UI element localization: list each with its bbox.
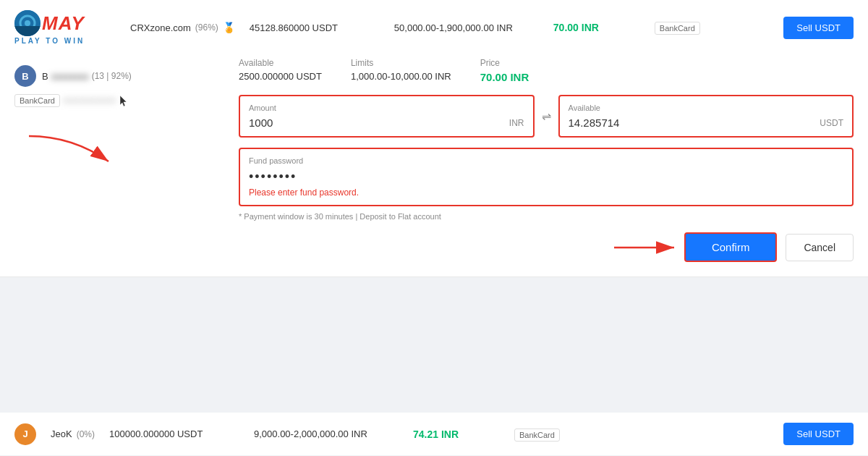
top-seller-rating: (96%): [195, 22, 218, 33]
top-amount: 45128.860000 USDT: [250, 22, 380, 33]
bottom-action: Sell USDT: [783, 423, 854, 445]
password-input[interactable]: [249, 169, 843, 185]
amount-currency: INR: [509, 118, 524, 128]
available-value: 2500.000000 USDT: [239, 71, 322, 82]
password-label: Fund password: [249, 156, 843, 165]
bottom-payment: BankCard: [514, 428, 587, 441]
exchange-icon: ⇌: [542, 109, 551, 123]
amount-input[interactable]: [249, 117, 503, 129]
info-limits: Limits 1,000.00-10,000.00 INR: [351, 58, 451, 83]
limits-label: Limits: [351, 58, 451, 68]
top-seller-info: CRXzone.com (96%) 🏅: [130, 22, 235, 33]
payment-note: * Payment window is 30 minutes | Deposit…: [239, 212, 854, 221]
seller-b-name-blurred: xxxxxxxx: [51, 71, 89, 82]
top-price: 70.00 INR: [553, 22, 640, 33]
top-limits: 50,000.00-1,900,000.00 INR: [394, 22, 539, 33]
bottom-limits: 9,000.00-2,000,000.00 INR: [254, 428, 399, 439]
bottom-price: 74.21 INR: [413, 428, 500, 440]
panel-right: Available 2500.000000 USDT Limits 1,000.…: [239, 58, 854, 262]
arrow-area: [14, 129, 217, 175]
fields-row: Amount INR ⇌ Available USDT: [239, 95, 854, 138]
red-arrow-confirm: [610, 237, 683, 258]
seller-b-payment: BankCard: [14, 94, 60, 107]
info-price: Price 70.00 INR: [480, 58, 529, 83]
bottom-seller-row: J JeoK (0%) 100000.000000 USDT 9,000.00-…: [0, 413, 868, 456]
available-label: Available: [239, 58, 322, 68]
info-available: Available 2500.000000 USDT: [239, 58, 322, 83]
bottom-payment-label: BankCard: [514, 428, 560, 442]
password-section: Fund password Please enter fund password…: [239, 148, 854, 206]
top-seller-name: CRXzone.com: [130, 22, 191, 33]
logo-may: MAY: [14, 10, 85, 36]
action-row: Confirm Cancel: [239, 232, 854, 262]
seller-b-row: B B xxxxxxxx (13 | 92%): [14, 65, 217, 87]
seller-b-payment-row: BankCard XXXXXXXXXX: [14, 94, 217, 107]
top-sell-button[interactable]: Sell USDT: [783, 17, 854, 39]
bottom-sell-button[interactable]: Sell USDT: [783, 423, 854, 445]
available-input[interactable]: [569, 117, 814, 129]
confirm-button[interactable]: Confirm: [684, 232, 778, 262]
amount-input-row: INR: [249, 117, 524, 129]
bottom-seller-name: JeoK: [51, 428, 72, 439]
cancel-button[interactable]: Cancel: [786, 234, 854, 261]
top-action: Sell USDT: [783, 17, 854, 39]
panel-layout: B B xxxxxxxx (13 | 92%) BankCard XXXXXXX…: [14, 58, 854, 262]
amount-field-box: Amount INR: [239, 95, 535, 138]
bottom-seller-avatar: J: [14, 423, 36, 445]
top-seller-badge: 🏅: [223, 22, 235, 33]
bottom-seller-info: JeoK (0%): [51, 428, 95, 439]
limits-value: 1,000.00-10,000.00 INR: [351, 71, 451, 82]
seller-b-info: B xxxxxxxx (13 | 92%): [42, 71, 132, 82]
available-field-label: Available: [569, 104, 844, 112]
red-arrow-down: [14, 129, 159, 172]
available-input-row: USDT: [569, 117, 844, 129]
top-payment: BankCard: [655, 21, 727, 34]
available-field-box: Available USDT: [558, 95, 854, 138]
available-currency: USDT: [820, 118, 843, 128]
logo-circle: [14, 10, 41, 36]
seller-b-stats: (13 | 92%): [92, 71, 132, 81]
svg-point-2: [25, 20, 30, 26]
amount-label: Amount: [249, 104, 524, 112]
main-container: MAY PLAY TO WIN CRXzone.com (96%) 🏅 4512…: [0, 0, 868, 456]
bottom-amount: 100000.000000 USDT: [109, 428, 239, 439]
seller-b-bank-blurred: XXXXXXXXXX: [63, 96, 116, 105]
cursor-icon: [119, 95, 127, 106]
info-row: Available 2500.000000 USDT Limits 1,000.…: [239, 58, 854, 83]
price-label: Price: [480, 58, 529, 68]
logo-area: MAY PLAY TO WIN: [14, 10, 116, 45]
may-logo-text: MAY: [42, 12, 85, 35]
price-value: 70.00 INR: [480, 71, 529, 83]
password-error: Please enter fund password.: [249, 187, 843, 198]
panel-left: B B xxxxxxxx (13 | 92%) BankCard XXXXXXX…: [14, 58, 217, 262]
seller-b-name-prefix: B: [42, 71, 48, 82]
seller-b-avatar: B: [14, 65, 36, 87]
bottom-seller-rating: (0%): [77, 429, 95, 439]
expanded-panel: B B xxxxxxxx (13 | 92%) BankCard XXXXXXX…: [0, 43, 868, 277]
